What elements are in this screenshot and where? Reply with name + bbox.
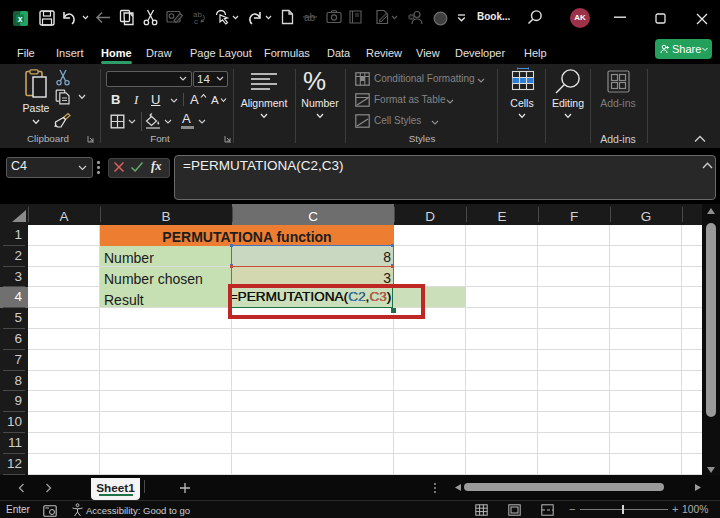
svg-text:c: c [194, 17, 198, 25]
svg-text:x: x [18, 14, 23, 24]
